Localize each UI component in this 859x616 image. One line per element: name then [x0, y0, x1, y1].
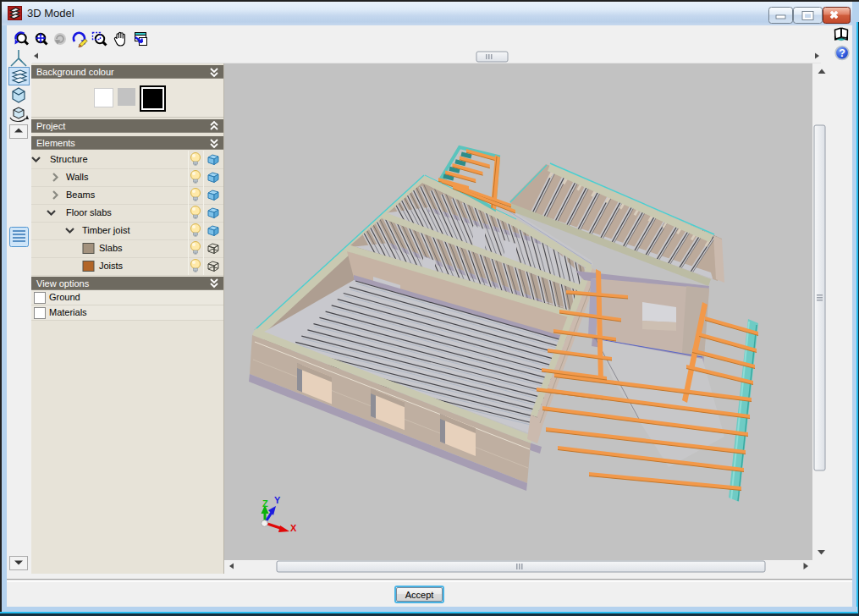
svg-text:?: ?	[839, 47, 845, 59]
